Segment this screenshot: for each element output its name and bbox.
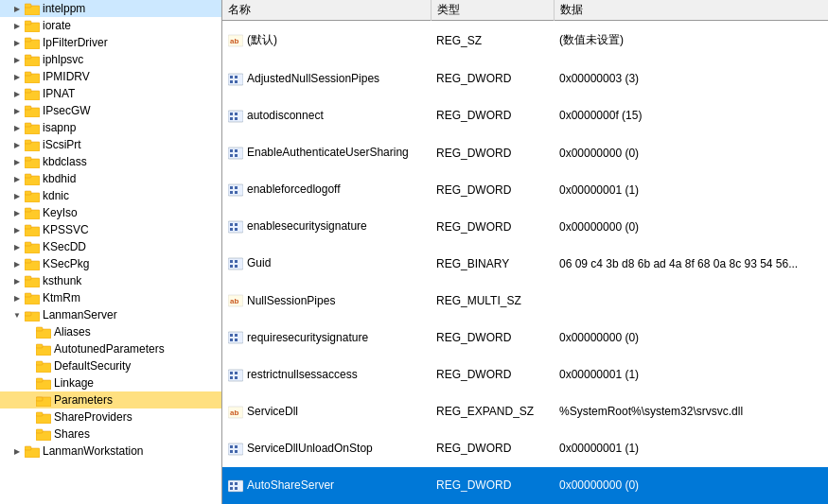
table-row[interactable]: AdjustedNullSessionPipesREG_DWORD0x00000… [222, 61, 828, 97]
tree-item-intelppm[interactable]: ▶ intelppm [0, 0, 221, 17]
svg-rect-157 [230, 445, 233, 448]
value-name: (默认) [247, 33, 277, 46]
tree-item-kbdclass[interactable]: ▶ kbdclass [0, 153, 221, 170]
cell-name: ab NullSessionPipes [222, 282, 431, 319]
tree-item-IPsecGW[interactable]: ▶ IPsecGW [0, 102, 221, 119]
expand-btn-KeyIso[interactable]: ▶ [11, 207, 23, 218]
expand-btn-KSecPkg[interactable]: ▶ [11, 258, 23, 269]
tree-label-IPMIDRV: IPMIDRV [43, 70, 90, 83]
expand-btn-IpFilterDriver[interactable]: ▶ [11, 37, 23, 48]
expand-btn-ksthunk[interactable]: ▶ [11, 275, 23, 287]
folder-icon-IPNAT [25, 88, 40, 100]
folder-icon-intelppm [25, 3, 40, 15]
tree-item-Shares[interactable]: Shares [0, 426, 221, 443]
table-row[interactable]: enableforcedlogoffREG_DWORD0x00000001 (1… [222, 171, 828, 208]
expand-btn-LanmanWorkstation[interactable]: ▶ [11, 445, 23, 457]
svg-rect-132 [228, 221, 243, 233]
cell-data: 0x00000000 (0) [554, 467, 828, 504]
cell-name: enableforcedlogoff [222, 171, 431, 208]
expand-btn-iphlpsvc[interactable]: ▶ [11, 54, 23, 65]
ab-icon: ab [228, 406, 243, 419]
col-header-type[interactable]: 类型 [431, 0, 554, 21]
tree-item-KeyIso[interactable]: ▶ KeyIso [0, 204, 221, 221]
col-header-name[interactable]: 名称 [222, 0, 431, 21]
expand-btn-IPNAT[interactable]: ▶ [11, 88, 23, 99]
tree-item-ksthunk[interactable]: ▶ ksthunk [0, 272, 221, 289]
tree-item-KPSSVC[interactable]: ▶ KPSSVC [0, 221, 221, 238]
value-name: requiresecuritysignature [247, 331, 368, 344]
tree-item-LanmanWorkstation[interactable]: ▶ LanmanWorkstation [0, 443, 221, 460]
svg-rect-123 [230, 149, 233, 152]
folder-icon-iorate [25, 20, 40, 32]
col-header-data[interactable]: 数据 [554, 0, 828, 21]
cell-name: enablesecuritysignature [222, 208, 431, 245]
dword-icon [228, 147, 243, 160]
svg-rect-34 [25, 140, 31, 144]
svg-rect-146 [235, 334, 238, 337]
table-row[interactable]: GuidREG_BINARY06 09 c4 3b d8 6b ad 4a 8f… [222, 245, 828, 282]
tree-item-KtmRm[interactable]: ▶ KtmRm [0, 289, 221, 306]
tree-item-IPMIDRV[interactable]: ▶ IPMIDRV [0, 68, 221, 85]
expand-btn-kbdhid[interactable]: ▶ [11, 173, 23, 184]
table-row[interactable]: EnableAuthenticateUserSharingREG_DWORD0x… [222, 134, 828, 171]
tree-item-kdnic[interactable]: ▶ kdnic [0, 187, 221, 204]
tree-item-iorate[interactable]: ▶ iorate [0, 17, 221, 34]
tree-item-iphlpsvc[interactable]: ▶ iphlpsvc [0, 51, 221, 68]
table-row[interactable]: ab NullSessionPipesREG_MULTI_SZ [222, 282, 828, 319]
expand-btn-KtmRm[interactable]: ▶ [11, 292, 23, 304]
svg-rect-114 [235, 76, 238, 78]
table-row[interactable]: ab (默认)REG_SZ(数值未设置) [222, 21, 828, 61]
expand-btn-kdnic[interactable]: ▶ [11, 190, 23, 201]
table-row[interactable]: AutoShareServerREG_DWORD0x00000000 (0) [222, 467, 828, 504]
tree-item-DefaultSecurity[interactable]: DefaultSecurity [0, 357, 221, 374]
table-row[interactable]: enablesecuritysignatureREG_DWORD0x000000… [222, 208, 828, 245]
tree-label-kdnic: kdnic [43, 189, 69, 202]
expand-btn-iorate[interactable]: ▶ [11, 20, 23, 31]
value-name: EnableAuthenticateUserSharing [247, 146, 409, 159]
tree-item-IPNAT[interactable]: ▶ IPNAT [0, 85, 221, 102]
tree-item-iScsiPrt[interactable]: ▶ iScsiPrt [0, 136, 221, 153]
expand-btn-LanmanServer[interactable]: ▼ [11, 309, 23, 321]
tree-label-kbdhid: kbdhid [43, 172, 76, 185]
folder-icon-iphlpsvc [25, 54, 40, 66]
tree-item-IpFilterDriver[interactable]: ▶ IpFilterDriver [0, 34, 221, 51]
value-name: enablesecuritysignature [247, 219, 367, 233]
tree-item-Parameters[interactable]: Parameters [0, 391, 221, 408]
expand-btn-KSecDD[interactable]: ▶ [11, 241, 23, 252]
tree-item-KSecDD[interactable]: ▶ KSecDD [0, 238, 221, 255]
svg-rect-130 [230, 191, 233, 194]
tree-item-AutotunedParameters[interactable]: AutotunedParameters [0, 340, 221, 357]
expand-btn-IPsecGW[interactable]: ▶ [11, 105, 23, 116]
cell-type: REG_DWORD [431, 97, 554, 134]
value-name: restrictnullsessaccess [247, 368, 358, 381]
expand-btn-iScsiPrt[interactable]: ▶ [11, 139, 23, 150]
table-row[interactable]: ab ServiceDllREG_EXPAND_SZ%SystemRoot%\s… [222, 393, 828, 430]
expand-btn-IPMIDRV[interactable]: ▶ [11, 71, 23, 82]
folder-icon-ksthunk [25, 275, 40, 287]
table-row[interactable]: ServiceDllUnloadOnStopREG_DWORD0x0000000… [222, 430, 828, 467]
tree-item-Linkage[interactable]: Linkage [0, 374, 221, 391]
expand-btn-KPSSVC[interactable]: ▶ [11, 224, 23, 235]
tree-item-kbdhid[interactable]: ▶ kbdhid [0, 170, 221, 187]
svg-rect-141 [235, 265, 238, 268]
expand-btn-kbdclass[interactable]: ▶ [11, 156, 23, 167]
tree-item-isapnp[interactable]: ▶ isapnp [0, 119, 221, 136]
svg-rect-158 [235, 445, 238, 448]
table-row[interactable]: autodisconnectREG_DWORD0x0000000f (15) [222, 97, 828, 134]
tree-item-ShareProviders[interactable]: ShareProviders [0, 408, 221, 426]
tree-item-LanmanServer[interactable]: ▼ LanmanServer [0, 306, 221, 323]
svg-rect-42 [25, 174, 31, 178]
svg-rect-150 [230, 372, 233, 374]
registry-tree[interactable]: ▶ intelppm▶ iorate▶ IpFilterDriver▶ iphl… [0, 0, 222, 504]
tree-item-Aliases[interactable]: Aliases [0, 323, 221, 340]
expand-btn-isapnp[interactable]: ▶ [11, 122, 23, 133]
tree-item-KSecPkg[interactable]: ▶ KSecPkg [0, 255, 221, 272]
table-row[interactable]: requiresecuritysignatureREG_DWORD0x00000… [222, 320, 828, 356]
svg-rect-133 [230, 223, 233, 226]
table-row[interactable]: restrictnullsessaccessREG_DWORD0x0000000… [222, 356, 828, 393]
expand-btn-intelppm[interactable]: ▶ [11, 3, 23, 14]
tree-label-DefaultSecurity: DefaultSecurity [54, 359, 131, 373]
svg-rect-75 [25, 312, 31, 316]
folder-icon-LanmanServer [25, 309, 40, 322]
svg-rect-138 [230, 260, 233, 263]
